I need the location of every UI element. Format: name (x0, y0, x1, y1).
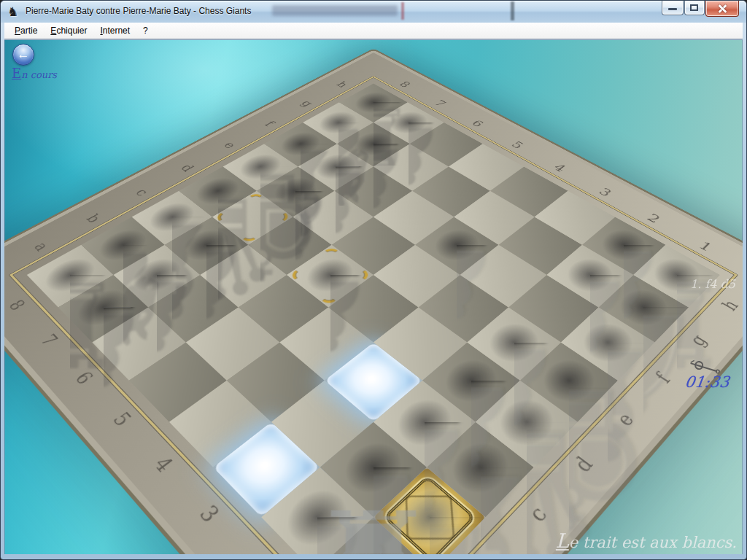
background-window-edge (511, 1, 514, 20)
rank-label-right-4: 4 (547, 160, 572, 176)
menu-echiquier[interactable]: Echiquier (44, 24, 93, 37)
rank-label-left-2: 2 (240, 550, 279, 554)
rank-label-right-6: 6 (465, 117, 489, 131)
game-viewport: 11aa22bb33cc44dd55ee66ff77gg88hh♜♞♟♝♟♚♟♛… (4, 39, 743, 554)
maximize-icon (690, 4, 698, 11)
minimize-button[interactable] (662, 1, 684, 15)
rank-label-left-6: 6 (68, 365, 101, 392)
background-window-ghost (272, 5, 398, 16)
last-move-mark-icon (271, 211, 288, 222)
file-label-near-b: b (468, 550, 508, 554)
rank-label-left-8: 8 (4, 295, 31, 317)
game-status-label: En cours (12, 66, 57, 81)
last-move-mark-icon (247, 194, 264, 204)
menu-internet[interactable]: Internet (93, 24, 136, 37)
maximize-button[interactable] (684, 1, 705, 15)
chess-knight-icon: ♞ (7, 4, 22, 19)
board-plane: 11aa22bb33cc44dd55ee66ff77gg88hh♜♞♟♝♟♚♟♛… (4, 52, 743, 554)
turn-message: Le trait est aux blancs. (556, 529, 737, 552)
rank-label-left-5: 5 (105, 405, 139, 434)
window-controls (661, 1, 739, 17)
chess-giants-window: ♞ Pierre-Marie Baty contre Pierre-Marie … (0, 0, 747, 560)
window-title: Pierre-Marie Baty contre Pierre-Marie Ba… (26, 6, 251, 16)
black-pawn-icon: ♟ (59, 233, 147, 312)
file-label-near-d: d (566, 449, 602, 481)
white-pawn-icon: ♟ (263, 424, 373, 523)
piece-white-rook-a1[interactable]: ♜ (314, 517, 433, 554)
file-label-near-c: c (519, 497, 557, 532)
file-label-near-g: g (683, 328, 714, 352)
rank-label-left-7: 7 (34, 328, 65, 352)
close-icon (718, 4, 727, 13)
black-pawn-icon: ♟ (258, 127, 334, 195)
menu-help[interactable]: ? (136, 24, 155, 37)
title-bar[interactable]: ♞ Pierre-Marie Baty contre Pierre-Marie … (1, 1, 746, 23)
close-button[interactable] (705, 1, 739, 17)
background-window-edge (401, 2, 404, 20)
back-arrow-icon: ← (18, 47, 30, 61)
back-button[interactable]: ← (12, 44, 34, 66)
rank-label-left-3: 3 (190, 497, 228, 532)
black-pawn-icon: ♟ (287, 203, 373, 279)
last-move-mark-icon (241, 230, 259, 241)
file-label-near-e: e (608, 405, 643, 434)
rank-label-right-5: 5 (505, 138, 529, 152)
menu-bar: Partie Echiquier Internet ? (4, 23, 743, 39)
game-clock: 01:33 (684, 373, 731, 391)
rank-label-left-4: 4 (146, 449, 182, 481)
menu-partie[interactable]: Partie (8, 24, 44, 37)
move-list: 1. f4 d5 (690, 277, 735, 291)
white-knight-icon: ♞ (353, 387, 506, 523)
file-label-near-h: h (716, 295, 743, 317)
minimize-icon (668, 8, 677, 10)
